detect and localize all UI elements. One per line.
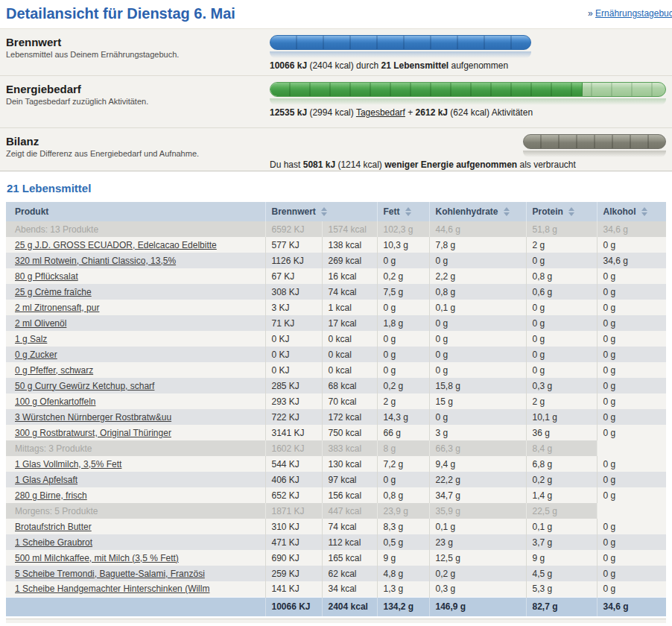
totals-empty-cell (6, 597, 265, 616)
table-row: 300 g Rostbratwurst, Original Thüringer3… (6, 425, 666, 440)
table-row: 0 g Zucker0 KJ0 kcal0 g0 g0 g0 g (6, 347, 666, 362)
product-link[interactable]: 1 Scheibe Handgemachter Hinterschinken (… (15, 584, 209, 594)
product-link[interactable]: 2 ml Olivenöl (15, 318, 66, 329)
product-link[interactable]: Brotaufstrich Butter (15, 522, 92, 532)
column-header-label: Fett (384, 206, 400, 217)
section-energiebedarf: Energiebedarf Dein Tagesbedarf zuzüglich… (0, 75, 672, 127)
caption-text: 2612 kJ (416, 107, 448, 118)
table-cell: 0 g (597, 487, 666, 503)
product-link[interactable]: 0 g Zucker (15, 350, 57, 360)
product-link[interactable]: 25 g Crème fraîche (15, 287, 92, 297)
table-cell: 141 KJ (265, 581, 322, 597)
table-cell: 0 KJ (265, 331, 322, 347)
table-cell: 1602 KJ (265, 440, 322, 456)
topbar: Detailansicht für Dienstag 6. Mai » Ernä… (0, 0, 672, 28)
table-cell: 471 KJ (265, 534, 322, 550)
product-link[interactable]: 280 g Birne, frisch (15, 490, 87, 501)
table-cell: 36 g (526, 425, 597, 440)
table-cell: 1 kcal (322, 300, 377, 315)
table-row: 2 ml Zitronensaft, pur3 KJ1 kcal0 g0,1 g… (6, 300, 666, 315)
energiebedarf-progress-bar (270, 82, 666, 97)
product-link[interactable]: 1 g Salz (15, 334, 47, 344)
sort-icon[interactable] (568, 207, 574, 216)
table-cell: 577 KJ (265, 237, 322, 253)
bilanz-caption: Du hast 5081 kJ (1214 kcal) weniger Ener… (270, 159, 666, 170)
table-cell: 7,2 g (377, 456, 429, 472)
table-cell: 0,3 g (429, 581, 526, 597)
product-cell: 320 ml Rotwein, Chianti Classico, 13,5% (6, 253, 265, 268)
diary-link-label: Ernährungstagebuch (595, 8, 672, 19)
sort-icon[interactable] (641, 207, 647, 216)
table-cell: 15 g (429, 393, 526, 409)
bilanz-title: Bilanz (6, 135, 270, 148)
product-cell: 500 ml Milchkaffee, mit Milch (3,5 % Fet… (6, 550, 265, 566)
product-link[interactable]: 25 g J.D. GROSS ECUADOR, Edelcacao Edelb… (15, 240, 217, 250)
section-bilanz: Bilanz Zeigt die Differenz aus Energiebe… (0, 127, 672, 171)
column-header-brennwert[interactable]: Brennwert (265, 202, 377, 221)
column-header-label: Protein (533, 206, 563, 217)
product-link[interactable]: 5 Scheibe Tremondi, Baguette-Salami, Fra… (15, 569, 205, 579)
table-cell: 7,8 g (429, 237, 526, 253)
table-cell: 156 kcal (322, 487, 377, 503)
product-link[interactable]: 320 ml Rotwein, Chianti Classico, 13,5% (15, 256, 176, 266)
table-cell: 74 kcal (322, 284, 377, 300)
product-link[interactable]: 500 ml Milchkaffee, mit Milch (3,5 % Fet… (15, 553, 179, 563)
column-header-fett[interactable]: Fett (377, 202, 429, 221)
sort-icon[interactable] (504, 207, 510, 216)
brennwert-progress-bar (270, 35, 531, 50)
product-link[interactable]: 2 ml Zitronensaft, pur (15, 303, 99, 313)
table-cell: 4,8 g (377, 566, 429, 581)
table-cell: 172 kcal (322, 409, 377, 425)
table-cell: 15,8 g (429, 378, 526, 393)
product-link[interactable]: 1 Glas Vollmilch, 3,5% Fett (15, 459, 121, 470)
product-cell: 50 g Curry Gewürz Ketchup, scharf (6, 378, 265, 393)
table-cell: 447 kcal (322, 503, 377, 519)
column-header-protein[interactable]: Protein (526, 202, 597, 221)
table-cell: 0 g (429, 253, 526, 268)
group-label: Mittags: 3 Produkte (6, 440, 265, 456)
table-cell: 10,1 g (526, 409, 597, 425)
column-header-label: Kohlenhydrate (436, 206, 498, 217)
energiebedarf-caption: 12535 kJ (2994 kcal) Tagesbedarf + 2612 … (270, 107, 666, 118)
table-cell: 0 g (597, 315, 666, 331)
bilanz-progress-bar (523, 134, 666, 149)
table-cell: 750 kcal (322, 425, 377, 440)
product-link[interactable]: 1 Scheibe Graubrot (15, 537, 92, 548)
table-cell: 23,9 g (377, 503, 429, 519)
product-link[interactable]: 100 g Ofenkartoffeln (15, 396, 96, 407)
product-cell: 100 g Ofenkartoffeln (6, 393, 265, 409)
product-link[interactable]: 300 g Rostbratwurst, Original Thüringer (15, 428, 171, 438)
product-link[interactable]: 3 Würstchen Nürnberger Rostbratw&uu (15, 412, 171, 423)
link-arrows-icon: » (588, 8, 593, 19)
table-cell: 0 g (377, 331, 429, 347)
column-header-label: Produkt (15, 206, 48, 217)
table-cell: 112 kcal (322, 534, 377, 550)
product-link[interactable]: 1 Glas Apfelsaft (15, 475, 77, 485)
table-row: 50 g Curry Gewürz Ketchup, scharf285 KJ6… (6, 378, 666, 393)
column-header-alkohol[interactable]: Alkohol (597, 202, 666, 221)
tagesbedarf-link[interactable]: Tagesbedarf (356, 107, 405, 118)
table-cell: 0 kcal (322, 362, 377, 378)
table-row: 100 g Ofenkartoffeln293 KJ70 kcal2 g15 g… (6, 393, 666, 409)
table-cell: 71 KJ (265, 315, 322, 331)
table-cell: 0 g (597, 331, 666, 347)
table-cell: 0,8 g (429, 284, 526, 300)
table-cell: 0 g (597, 472, 666, 487)
table-cell: 0 g (597, 362, 666, 378)
table-cell: 74 kcal (322, 519, 377, 534)
product-cell: Brotaufstrich Butter (6, 519, 265, 534)
product-link[interactable]: 0 g Pfeffer, schwarz (15, 365, 93, 376)
diary-link[interactable]: » Ernährungstagebuch (588, 8, 672, 19)
caption-text: weniger Energie aufgenommen (384, 159, 517, 170)
table-cell: 0 g (377, 472, 429, 487)
sort-icon[interactable] (321, 207, 327, 216)
sort-icon[interactable] (405, 207, 411, 216)
table-cell: 10,3 g (377, 237, 429, 253)
totals-cell: 134,2 g (377, 597, 429, 616)
table-cell: 0,2 g (526, 472, 597, 487)
product-link[interactable]: 80 g Pflücksalat (15, 271, 78, 282)
table-cell: 7,5 g (377, 284, 429, 300)
product-link[interactable]: 50 g Curry Gewürz Ketchup, scharf (15, 381, 154, 391)
column-header-kohlenhydrate[interactable]: Kohlenhydrate (429, 202, 526, 221)
table-cell: 17 kcal (322, 315, 377, 331)
